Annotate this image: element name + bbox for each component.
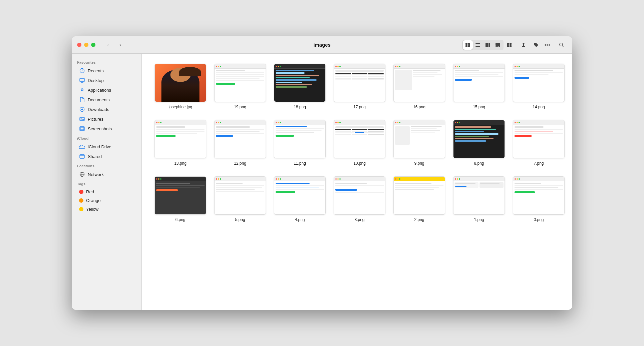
list-item[interactable]: 9.png bbox=[391, 118, 447, 168]
sidebar-item-recents[interactable]: Recents bbox=[74, 66, 139, 75]
list-item[interactable]: 7.png bbox=[511, 118, 567, 168]
locations-header: Locations bbox=[72, 161, 141, 169]
list-item[interactable]: 1.png bbox=[451, 174, 507, 224]
grid-view-button[interactable] bbox=[463, 40, 473, 50]
sidebar-item-desktop[interactable]: Desktop bbox=[74, 76, 139, 85]
svg-rect-4 bbox=[475, 43, 480, 44]
svg-rect-6 bbox=[475, 46, 480, 47]
list-item[interactable]: 14.png bbox=[511, 62, 567, 111]
list-item[interactable]: 4.png bbox=[272, 174, 328, 224]
column-view-button[interactable] bbox=[483, 40, 493, 50]
svg-rect-21 bbox=[80, 78, 84, 82]
svg-rect-13 bbox=[499, 46, 500, 47]
list-item[interactable]: 8.png bbox=[451, 118, 507, 168]
file-thumbnail bbox=[334, 176, 385, 215]
svg-rect-1 bbox=[468, 43, 470, 45]
close-button[interactable] bbox=[77, 43, 81, 47]
minimize-button[interactable] bbox=[84, 43, 88, 47]
search-button[interactable] bbox=[556, 40, 567, 50]
list-item[interactable]: 10.png bbox=[332, 118, 387, 168]
sidebar-item-tag-red[interactable]: Red bbox=[74, 188, 139, 196]
sidebar-item-tag-orange[interactable]: Orange bbox=[74, 196, 139, 205]
sidebar-item-applications[interactable]: Applications bbox=[74, 85, 139, 95]
list-item[interactable]: 5.png bbox=[212, 174, 268, 224]
share-button[interactable] bbox=[518, 40, 529, 50]
svg-rect-26 bbox=[80, 127, 84, 130]
gallery-view-button[interactable] bbox=[493, 40, 503, 50]
file-thumbnail bbox=[453, 64, 505, 102]
file-thumbnail bbox=[274, 120, 326, 158]
list-item[interactable]: josephine.jpg bbox=[152, 62, 208, 111]
toolbar-tools: ••• bbox=[462, 40, 567, 50]
downloads-label: Downloads bbox=[88, 107, 109, 112]
file-name: 2.png bbox=[414, 217, 424, 222]
sidebar-item-documents[interactable]: Documents bbox=[74, 95, 139, 104]
file-thumbnail bbox=[154, 176, 206, 215]
file-name: 7.png bbox=[534, 161, 544, 166]
arrange-button[interactable] bbox=[506, 40, 516, 50]
sidebar-item-network[interactable]: Network bbox=[74, 170, 139, 179]
svg-rect-27 bbox=[80, 155, 84, 158]
list-item[interactable]: 2.png bbox=[391, 174, 447, 224]
file-name: 11.png bbox=[294, 161, 306, 166]
screenshots-icon bbox=[79, 126, 85, 132]
network-label: Network bbox=[88, 172, 104, 177]
svg-rect-17 bbox=[510, 45, 512, 47]
file-thumbnail bbox=[214, 120, 266, 158]
screenshots-label: Screenshots bbox=[88, 126, 112, 131]
desktop-label: Desktop bbox=[88, 78, 104, 83]
forward-button[interactable]: › bbox=[115, 40, 125, 50]
list-item[interactable]: 13.png bbox=[152, 118, 208, 168]
svg-rect-10 bbox=[496, 43, 500, 46]
documents-label: Documents bbox=[88, 97, 110, 102]
list-item[interactable]: 15.png bbox=[451, 62, 507, 111]
orange-tag-label: Orange bbox=[86, 198, 100, 203]
list-item[interactable]: 3.png bbox=[332, 174, 387, 224]
list-item[interactable]: 19.png bbox=[212, 62, 268, 111]
list-view-button[interactable] bbox=[473, 40, 483, 50]
list-item[interactable]: 16.png bbox=[391, 62, 447, 111]
back-button[interactable]: ‹ bbox=[103, 40, 113, 50]
file-name: 3.png bbox=[354, 217, 364, 222]
list-item[interactable]: 11.png bbox=[272, 118, 328, 168]
sidebar-item-tag-yellow[interactable]: Yellow bbox=[74, 205, 139, 213]
svg-rect-16 bbox=[507, 45, 509, 47]
list-item[interactable]: 17.png bbox=[332, 62, 387, 111]
more-options-button[interactable]: ••• bbox=[544, 40, 554, 50]
list-item[interactable]: 12.png bbox=[212, 118, 268, 168]
main-content: Favourites Recents Desktop Applications bbox=[72, 54, 572, 310]
file-name: 10.png bbox=[353, 161, 366, 166]
list-item[interactable]: 6.png bbox=[152, 174, 208, 224]
file-thumbnail bbox=[393, 120, 445, 158]
desktop-icon bbox=[79, 77, 85, 83]
file-name: 5.png bbox=[235, 217, 245, 222]
file-name: 4.png bbox=[295, 217, 305, 222]
list-item[interactable]: 0.png bbox=[511, 174, 567, 224]
tag-button[interactable] bbox=[531, 40, 542, 50]
sidebar-item-screenshots[interactable]: Screenshots bbox=[74, 124, 139, 133]
file-thumbnail bbox=[513, 176, 565, 215]
sidebar-item-downloads[interactable]: Downloads bbox=[74, 105, 139, 114]
sidebar-item-icloud-drive[interactable]: iCloud Drive bbox=[74, 142, 139, 151]
sidebar-item-shared[interactable]: Shared bbox=[74, 152, 139, 161]
pictures-icon bbox=[79, 116, 85, 122]
file-name: 16.png bbox=[413, 105, 425, 109]
file-thumbnail bbox=[214, 176, 266, 215]
maximize-button[interactable] bbox=[91, 43, 95, 47]
file-thumbnail bbox=[393, 64, 445, 102]
recents-label: Recents bbox=[88, 68, 104, 73]
file-thumbnail bbox=[274, 176, 326, 215]
list-item[interactable]: 18.png bbox=[272, 62, 328, 111]
downloads-icon bbox=[79, 106, 85, 112]
red-tag-label: Red bbox=[86, 189, 94, 194]
red-tag-dot bbox=[79, 190, 83, 194]
svg-rect-14 bbox=[507, 43, 509, 45]
file-name: 1.png bbox=[474, 217, 484, 222]
tags-header: Tags bbox=[72, 179, 141, 187]
file-name: 17.png bbox=[353, 105, 366, 109]
yellow-tag-dot bbox=[79, 207, 83, 211]
sidebar-item-pictures[interactable]: Pictures bbox=[74, 114, 139, 124]
file-thumbnail bbox=[513, 120, 565, 158]
file-thumbnail bbox=[453, 120, 505, 158]
applications-icon bbox=[79, 87, 85, 93]
